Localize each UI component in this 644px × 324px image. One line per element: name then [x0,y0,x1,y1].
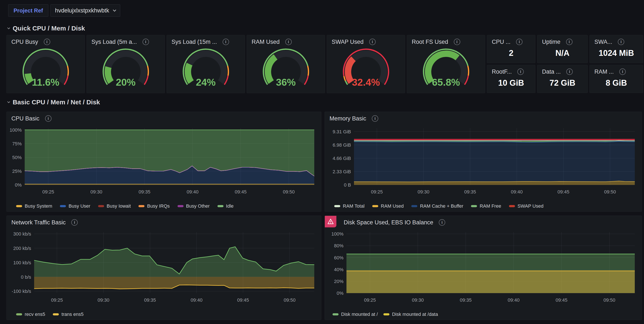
svg-text:09:35: 09:35 [144,298,156,303]
info-icon[interactable]: i [619,68,626,75]
panel-header[interactable]: CPU Busy i [7,35,84,46]
svg-text:300 kb/s: 300 kb/s [13,231,31,236]
project-ref-value: hvdelujxlxstpxkhwbtk [55,7,109,14]
gauge-value: 65.8% [407,76,485,88]
legend-label: Idle [226,203,234,209]
memory-basic-chart[interactable]: 0 B2.33 GiB4.66 GiB6.98 GiB9.31 GiB09:25… [326,122,640,199]
panel-gauge-sys-load-5m: Sys Load (5m a... i 20% [86,35,165,93]
svg-text:09:35: 09:35 [460,298,472,303]
panel-header[interactable]: Network Traffic Basic i [7,216,321,226]
legend-item[interactable]: Busy System [16,203,52,209]
chevron-down-icon [113,8,116,12]
cpu-basic-chart[interactable]: 0%25%50%75%100%09:2509:3009:3509:4009:45… [8,122,320,199]
svg-text:09:25: 09:25 [364,298,376,303]
disk-space-legend: Disk mounted at /Disk mounted at /data [332,312,438,317]
panel-header[interactable]: SWAP Used i [327,35,405,46]
info-icon[interactable]: i [372,115,378,122]
legend-item[interactable]: Busy User [60,203,90,209]
panel-header[interactable]: Data ... i [537,65,588,75]
legend-item[interactable]: Busy Other [178,203,210,209]
svg-text:0 b/s: 0 b/s [21,274,31,280]
svg-text:40%: 40% [334,267,344,272]
legend-item[interactable]: Busy Iowait [98,203,131,209]
legend-swatch-icon [98,205,104,207]
svg-text:20%: 20% [334,279,344,284]
info-icon[interactable]: i [566,68,573,75]
panel-header[interactable]: Uptime i [537,35,588,46]
panel-header[interactable]: RootF... i [487,65,535,75]
panel-header[interactable]: RAM Used i [247,35,325,46]
project-ref-dropdown[interactable]: hvdelujxlxstpxkhwbtk [50,4,120,17]
info-icon[interactable]: i [44,39,50,45]
panel-title: Network Traffic Basic [12,219,66,226]
panel-header[interactable]: Sys Load (5m a... i [87,35,165,46]
svg-text:09:50: 09:50 [283,189,295,194]
legend-item[interactable]: Disk mounted at /data [384,312,438,317]
svg-text:100%: 100% [332,231,344,236]
stat-value: 10 GiB [487,78,535,88]
section-quick-cpu-mem-disk[interactable]: Quick CPU / Mem / Disk [8,24,85,32]
panel-header[interactable]: CPU ... i [487,35,535,46]
info-icon[interactable]: i [142,39,149,45]
legend-swatch-icon [372,205,378,207]
legend-item[interactable]: RAM Used [372,203,404,209]
info-icon[interactable]: i [285,39,292,45]
svg-text:09:30: 09:30 [418,189,429,194]
grafana-dashboard: Project Ref hvdelujxlxstpxkhwbtk Quick C… [0,0,644,324]
svg-text:100 kb/s: 100 kb/s [13,260,31,266]
legend-swatch-icon [60,205,66,207]
info-icon[interactable]: i [566,39,572,45]
panel-disk-space-used: Disk Space Used, EBS IO Balance i 0%20%4… [324,216,642,320]
legend-item[interactable]: RAM Cache + Buffer [411,203,463,209]
panel-header[interactable]: CPU Basic i [7,112,321,122]
panel-title: Sys Load (15m ... [172,39,217,45]
panel-stat-data-disk: Data ... i 72 GiB [537,65,588,93]
legend-item[interactable]: Idle [218,203,234,209]
memory-basic-legend: RAM TotalRAM UsedRAM Cache + BufferRAM F… [334,203,544,209]
panel-title: SWAP Used [332,39,364,45]
svg-text:0%: 0% [336,290,344,296]
gauge-value: 32.4% [327,76,405,88]
panel-header[interactable]: Sys Load (15m ... i [167,35,245,46]
info-icon[interactable]: i [45,115,52,122]
info-icon[interactable]: i [222,39,229,45]
legend-item[interactable]: Busy IRQs [138,203,170,209]
legend-item[interactable]: Disk mounted at / [332,312,378,317]
info-icon[interactable]: i [454,39,460,45]
panel-title: Data ... [542,68,561,75]
legend-label: Busy IRQs [147,203,170,209]
legend-item[interactable]: trans ens5 [53,312,84,317]
panel-network-traffic-basic: Network Traffic Basic i -100 kb/s0 b/s10… [6,216,321,320]
network-traffic-chart[interactable]: -100 kb/s0 b/s100 kb/s200 kb/s300 kb/s09… [8,226,320,307]
svg-text:6.98 GiB: 6.98 GiB [332,142,351,148]
panel-header[interactable]: Disk Space Used, EBS IO Balance i [325,216,642,226]
section-basic-cpu-mem-net-disk[interactable]: Basic CPU / Mem / Net / Disk [8,98,100,106]
svg-text:4.66 GiB: 4.66 GiB [332,156,351,161]
panel-gauge-cpu-busy: CPU Busy i 11.6% [6,35,85,93]
info-icon[interactable]: i [618,39,624,45]
alert-triangle-icon [327,218,334,225]
legend-label: recv ens5 [25,312,45,317]
info-icon[interactable]: i [71,219,78,226]
panel-header[interactable]: SWA... i [590,35,643,46]
panel-header[interactable]: Memory Basic i [325,112,642,122]
info-icon[interactable]: i [516,39,522,45]
panel-header[interactable]: Root FS Used i [407,35,485,46]
info-icon[interactable]: i [439,219,445,226]
panel-memory-basic: Memory Basic i 0 B2.33 GiB4.66 GiB6.98 G… [324,112,642,212]
info-icon[interactable]: i [517,68,524,75]
legend-label: RAM Total [343,203,364,209]
legend-item[interactable]: RAM Free [471,203,501,209]
panel-header[interactable]: RAM ... i [590,65,643,75]
legend-label: Disk mounted at / [341,312,378,317]
legend-swatch-icon [471,205,477,207]
dashboard-toolbar: Project Ref hvdelujxlxstpxkhwbtk [8,4,120,17]
legend-item[interactable]: recv ens5 [16,312,45,317]
legend-item[interactable]: SWAP Used [509,203,544,209]
legend-item[interactable]: RAM Total [334,203,364,209]
alert-state-badge[interactable] [325,216,336,228]
gauge-value: 36% [247,76,325,88]
disk-space-chart[interactable]: 0%20%40%60%80%100%09:2509:3009:3509:4009… [326,226,640,307]
info-icon[interactable]: i [369,39,376,45]
legend-label: Busy User [68,203,90,209]
